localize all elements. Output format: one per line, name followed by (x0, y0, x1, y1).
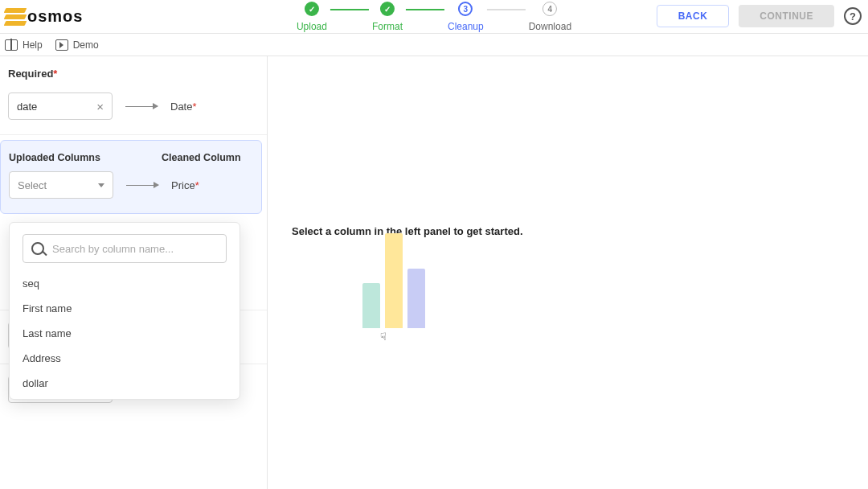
source-select-price[interactable]: Select (9, 171, 113, 199)
dropdown-search-input[interactable] (52, 243, 218, 255)
illus-bar (385, 233, 403, 328)
dropdown-option[interactable]: Last name (10, 321, 240, 346)
mapping-row-date: date × Date* (8, 92, 259, 120)
step-connector (406, 9, 444, 10)
search-icon (31, 242, 44, 255)
dropdown-option[interactable]: dollar (10, 371, 240, 396)
back-button[interactable]: BACK (657, 5, 730, 27)
step-format[interactable]: ✓ Format (372, 2, 403, 32)
dropdown-option[interactable]: Address (10, 346, 240, 371)
book-icon (5, 39, 18, 51)
uploaded-columns-header: Uploaded Columns (9, 152, 113, 163)
logo: osmos (5, 7, 83, 26)
help-label: Help (23, 39, 43, 51)
step-number: 4 (542, 2, 557, 16)
source-select-date[interactable]: date × (8, 92, 113, 120)
required-section: Required* date × Date* (0, 56, 267, 135)
continue-button[interactable]: CONTINUE (739, 5, 834, 27)
step-connector (330, 9, 369, 10)
sub-header: Help Demo (0, 34, 868, 56)
check-icon: ✓ (305, 2, 319, 16)
step-download[interactable]: 4 Download (529, 2, 571, 32)
logo-text: osmos (27, 7, 83, 26)
demo-link[interactable]: Demo (55, 39, 99, 51)
step-connector (487, 9, 526, 10)
cursor-hand-icon: ☟ (380, 331, 387, 343)
top-bar: osmos ✓ Upload ✓ Format 3 Cleanup 4 Down… (0, 0, 868, 34)
right-panel: Select a column in the left panel to get… (268, 56, 868, 489)
play-icon (55, 39, 68, 51)
help-icon[interactable]: ? (844, 7, 862, 25)
logo-mark-icon (5, 8, 26, 26)
bar-chart-illustration (362, 232, 427, 328)
target-price: Price* (171, 179, 199, 191)
mapping-section-price: Uploaded Columns Cleaned Column Select P… (0, 140, 262, 214)
illus-bar (407, 269, 425, 328)
target-date: Date* (170, 101, 197, 113)
check-icon: ✓ (380, 2, 395, 16)
column-headers: Uploaded Columns Cleaned Column (9, 152, 253, 163)
cleaned-column-header: Cleaned Column (162, 152, 241, 163)
chevron-down-icon (98, 183, 104, 187)
select-placeholder: Select (18, 179, 47, 191)
source-value: date (17, 101, 37, 113)
stepper: ✓ Upload ✓ Format 3 Cleanup 4 Download (297, 2, 571, 32)
required-heading: Required* (8, 68, 259, 80)
demo-label: Demo (73, 39, 99, 51)
clear-icon[interactable]: × (96, 100, 104, 113)
arrow-icon (126, 185, 158, 186)
step-cleanup[interactable]: 3 Cleanup (448, 2, 484, 32)
dropdown-option-list[interactable]: seq First name Last name Address dollar (10, 271, 240, 396)
step-number: 3 (458, 2, 473, 16)
top-actions: BACK CONTINUE ? (657, 5, 862, 27)
step-upload[interactable]: ✓ Upload (297, 2, 327, 32)
illus-bar (362, 283, 380, 328)
dropdown-option[interactable]: seq (10, 271, 240, 296)
dropdown-option[interactable]: First name (10, 296, 240, 321)
mapping-row-price: Select Price* (9, 171, 253, 199)
arrow-icon (125, 106, 158, 107)
help-link[interactable]: Help (5, 39, 43, 51)
column-dropdown[interactable]: seq First name Last name Address dollar (9, 222, 240, 400)
dropdown-search[interactable] (23, 234, 227, 263)
